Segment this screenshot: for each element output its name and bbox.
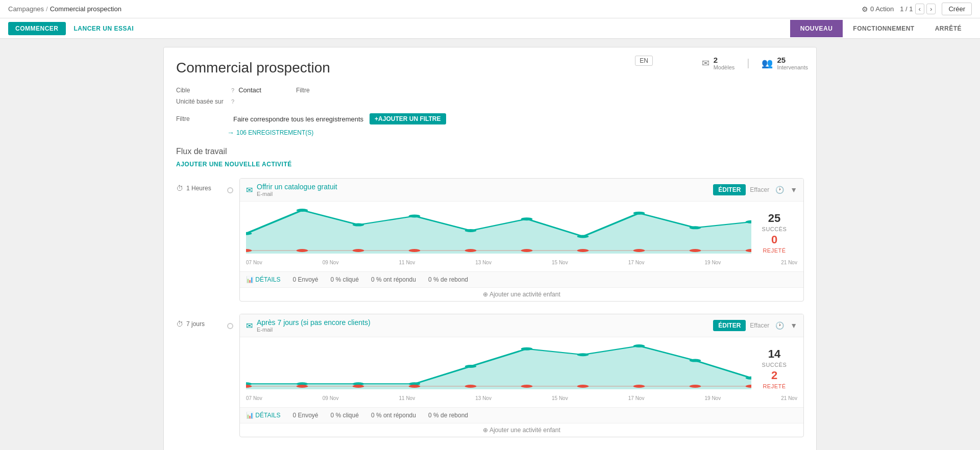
sub-bar: COMMENCER LANCER UN ESSAI NOUVEAU FONCTI…	[0, 18, 980, 39]
effacer-button-0[interactable]: Effacer	[750, 186, 769, 193]
add-child-link-0[interactable]: ⊕ Ajouter une activité enfant	[240, 287, 803, 301]
schedule-icon[interactable]: 🕐	[775, 186, 784, 194]
schedule-icon[interactable]: 🕐	[775, 321, 784, 330]
unicite-row: Unicité basée sur ?	[176, 98, 804, 105]
lang-badge[interactable]: EN	[635, 56, 653, 66]
activity-header-1: ✉ Après 7 jours (si pas encore clients) …	[240, 314, 803, 337]
svg-point-4	[465, 229, 477, 232]
x-label: 11 Nov	[399, 260, 415, 265]
filtre-label: Filtre	[296, 87, 347, 94]
stats-area-1: 14 SUCCÈS 2 REJETÉ	[751, 343, 797, 394]
top-metrics: ✉ 2 Modèles | 👥 25 Intervenants	[702, 56, 808, 70]
filter-section: Filtre Faire correspondre tous les enreg…	[176, 113, 804, 137]
modeles-label: Modèles	[714, 64, 735, 70]
repondu-stat-0: 0 % ont répondu	[371, 276, 416, 283]
details-link-0[interactable]: 📊 DÉTAILS	[246, 276, 280, 283]
cible-value: Contact	[238, 86, 261, 94]
x-label: 07 Nov	[246, 395, 262, 401]
top-bar-right: ⚙ 0 Action 1 / 1 ‹ › Créer	[862, 3, 972, 15]
x-label: 09 Nov	[323, 395, 339, 401]
repondu-stat-1: 0 % ont répondu	[371, 412, 416, 419]
pagination: 1 / 1 ‹ ›	[900, 4, 936, 14]
breadcrumb-parent[interactable]: Campagnes	[8, 5, 44, 13]
status-tabs: NOUVEAU FONCTIONNEMENT ARRÊTÉ	[790, 20, 972, 37]
activity-connector-1	[227, 314, 233, 329]
clique-stat-1: 0 % cliqué	[331, 412, 359, 419]
intervenants-metric: 👥 25 Intervenants	[762, 56, 808, 70]
x-label: 07 Nov	[246, 260, 262, 265]
activity-connector-0	[227, 178, 233, 193]
filter-label: Filtre	[176, 115, 227, 122]
commencer-button[interactable]: COMMENCER	[8, 22, 66, 35]
svg-point-7	[633, 212, 645, 215]
activity-wrapper-0: ⏱ 1 Heures ✉ Offrir un catalogue gratuit…	[176, 178, 804, 302]
chart-area-1	[246, 343, 751, 394]
tab-fonctionnement[interactable]: FONCTIONNEMENT	[843, 20, 924, 37]
pagination-next[interactable]: ›	[926, 4, 936, 14]
x-label: 19 Nov	[705, 395, 721, 401]
connector-circle	[227, 187, 233, 193]
activity-timing-1: ⏱ 7 jours	[176, 314, 227, 328]
modeles-count: 2	[714, 56, 735, 64]
chart-area-0	[246, 208, 751, 259]
bottom-stats-0: 📊 DÉTAILS 0 Envoyé 0 % cliqué 0 % ont ré…	[240, 271, 803, 287]
details-link-1[interactable]: 📊 DÉTAILS	[246, 412, 280, 419]
create-button[interactable]: Créer	[942, 3, 972, 15]
action-button[interactable]: ⚙ 0 Action	[862, 5, 894, 13]
chart-stats-1: 14 SUCCÈS 2 REJETÉ	[246, 343, 797, 394]
rebond-stat-1: 0 % de rebond	[428, 412, 468, 419]
add-child-link-1[interactable]: ⊕ Ajouter une activité enfant	[240, 423, 803, 437]
x-label: 17 Nov	[628, 260, 645, 265]
pagination-prev[interactable]: ‹	[915, 4, 924, 14]
edit-button-0[interactable]: ÉDITER	[713, 184, 746, 195]
rejete-count-0: 0	[771, 234, 777, 245]
activity-header-0: ✉ Offrir un catalogue gratuit E-mail ÉDI…	[240, 179, 803, 202]
svg-point-25	[465, 365, 477, 368]
envoye-stat-0: 0 Envoyé	[292, 276, 318, 283]
breadcrumb-current: Commercial prospection	[50, 5, 121, 13]
x-label: 11 Nov	[399, 395, 415, 401]
chart-stats-0: 25 SUCCÈS 0 REJETÉ	[246, 208, 797, 259]
edit-button-1[interactable]: ÉDITER	[713, 320, 746, 331]
filter-text: Faire correspondre tous les enregistreme…	[233, 115, 363, 123]
activity-card-1: ✉ Après 7 jours (si pas encore clients) …	[239, 314, 804, 437]
metrics-separator: |	[747, 57, 749, 69]
svg-point-8	[690, 226, 701, 229]
svg-point-29	[690, 359, 701, 362]
tab-nouveau[interactable]: NOUVEAU	[790, 20, 843, 37]
effacer-button-1[interactable]: Effacer	[750, 322, 769, 329]
breadcrumb: Campagnes / Commercial prospection	[8, 5, 121, 13]
activity-subtitle-1: E-mail	[257, 327, 709, 333]
tab-arrete[interactable]: ARRÊTÉ	[925, 20, 972, 37]
cible-label: Cible	[176, 87, 227, 94]
add-filter-button[interactable]: +AJOUTER UN FILTRE	[370, 113, 446, 124]
users-icon: 👥	[762, 58, 773, 69]
svg-point-1	[297, 209, 308, 212]
rejete-label-1: REJETÉ	[763, 383, 786, 389]
activity-title-0[interactable]: Offrir un catalogue gratuit	[257, 183, 337, 191]
breadcrumb-separator: /	[46, 5, 48, 13]
succes-count-1: 14	[768, 348, 780, 360]
action-label: 0 Action	[870, 5, 894, 13]
x-label: 19 Nov	[705, 260, 721, 265]
mail-icon: ✉	[702, 58, 709, 69]
svg-point-27	[577, 353, 589, 356]
x-label: 17 Nov	[628, 395, 645, 401]
svg-point-3	[409, 214, 421, 217]
rejete-label-0: REJETÉ	[763, 247, 786, 254]
activity-card-0: ✉ Offrir un catalogue gratuit E-mail ÉDI…	[239, 178, 804, 302]
fields-section: Cible ? Contact Filtre Unicité basée sur…	[176, 86, 804, 105]
clock-icon: ⏱	[176, 184, 183, 192]
filter-icon[interactable]: ▼	[790, 186, 797, 194]
filter-row: Filtre Faire correspondre tous les enreg…	[176, 113, 804, 124]
activity-title-1[interactable]: Après 7 jours (si pas encore clients)	[257, 318, 371, 327]
activity-timing-0: ⏱ 1 Heures	[176, 178, 227, 192]
clock-icon: ⏱	[176, 320, 183, 328]
add-activity-link[interactable]: AJOUTER UNE NOUVELLE ACTIVITÉ	[176, 161, 292, 168]
gear-icon: ⚙	[862, 5, 868, 13]
filter-icon[interactable]: ▼	[790, 321, 797, 330]
x-label: 13 Nov	[475, 395, 492, 401]
records-link[interactable]: → 106 ENREGISTREMENT(S)	[227, 129, 804, 137]
content-card: ✉ 2 Modèles | 👥 25 Intervenants EN Comme…	[163, 47, 817, 450]
essai-button[interactable]: LANCER UN ESSAI	[74, 25, 134, 32]
